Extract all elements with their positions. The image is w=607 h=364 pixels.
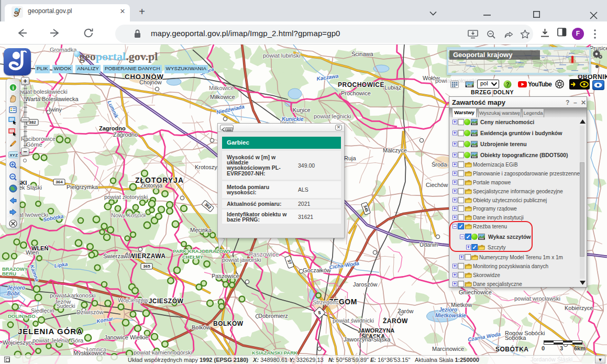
svg-text:Malczyce: Malczyce [383,147,407,153]
svg-text:364: 364 [56,180,63,184]
svg-text:Jezioro: Jezioro [439,307,457,313]
svg-text:Ciechów: Ciechów [426,182,448,188]
svg-text:Janowice Wielkie: Janowice Wielkie [104,334,148,340]
svg-text:Goczałków: Goczałków [303,267,331,273]
svg-text:Zagrodno: Zagrodno [113,131,138,138]
svg-text:Warta Bolesławiecka: Warta Bolesławiecka [25,96,79,102]
svg-text:powiat złotoryjski: powiat złotoryjski [104,194,148,200]
svg-text:Strzegom: Strzegom [313,299,337,305]
svg-text:Prochowice: Prochowice [341,90,371,96]
svg-text:powiat karkonoski: powiat karkonoski [50,292,95,299]
svg-text:Miłkowice: Miłkowice [210,94,235,100]
svg-text:Kunickie: Kunickie [282,116,304,122]
svg-text:WMS: WMS [472,134,477,136]
svg-text:Bolków: Bolków [192,324,211,330]
svg-text:Udanin: Udanin [420,241,438,248]
svg-text:powiat wrocławski: powiat wrocławski [514,295,560,302]
svg-text:powiat Jelenia Góra: powiat Jelenia Góra [32,337,84,344]
svg-text:Jaroszów: Jaroszów [353,281,378,288]
svg-text:BERU: BERU [2,271,16,277]
svg-text:Gromadka: Gromadka [50,47,77,53]
svg-text:Wojcieszyce: Wojcieszyce [3,339,35,346]
svg-text:Marcinowice: Marcinowice [432,346,464,352]
svg-text:PROCHOWICE: PROCHOWICE [338,81,384,89]
svg-text:WMS: WMS [472,123,477,125]
svg-text:365: 365 [143,264,150,269]
svg-text:ŻARÓW: ŻARÓW [383,317,408,325]
svg-text:powiat jaworski: powiat jaworski [222,257,261,263]
svg-text:i: i [12,84,14,91]
svg-text:Miłkowice: Miłkowice [209,85,234,91]
svg-text:Ścinawa: Ścinawa [351,51,373,57]
svg-text:Lubiąż: Lubiąż [384,84,401,91]
svg-text:powiat legnicki: powiat legnicki [314,113,351,119]
svg-text:Zagrodno: Zagrodno [99,125,126,131]
svg-text:powiat świdnicki: powiat świdnicki [333,317,374,324]
svg-text:Sudecki: Sudecki [57,303,75,309]
svg-text:Dziwiszów: Dziwiszów [76,309,103,315]
svg-text:Wojcieszów: Wojcieszów [118,297,148,303]
svg-text:WMS: WMS [467,85,472,87]
svg-text:SOBÓTKA: SOBÓTKA [495,345,529,353]
svg-text:CHEŁMY: CHEŁMY [182,254,204,260]
svg-text:Świerzawa: Świerzawa [103,253,131,259]
svg-text:Paszowice: Paszowice [212,273,239,279]
svg-text:WMS: WMS [472,156,477,158]
svg-text:Złotoryja: Złotoryja [140,182,163,189]
svg-text:WMS: WMS [472,145,477,147]
svg-text:Pielgrzymka: Pielgrzymka [67,184,98,190]
svg-text:Iwiny: Iwiny [49,106,62,113]
svg-text:382: 382 [29,120,36,125]
svg-text:Chojnów: Chojnów [139,79,162,85]
svg-text:Dobromierz: Dobromierz [258,313,288,319]
svg-text:WLEŃ: WLEŃ [31,245,48,251]
svg-text:Mietkowskie: Mietkowskie [435,313,466,318]
svg-text:Ruja: Ruja [344,155,357,161]
svg-text:..Bobr: ..Bobr [4,291,20,296]
svg-text:powiat lubiński: powiat lubiński [263,52,301,59]
svg-text:XYZ: XYZ [9,152,18,157]
svg-text:JELENIA GÓRA: JELENIA GÓRA [18,327,83,336]
svg-text:5: 5 [318,310,321,315]
svg-text:Jaworzyna-Śląska: Jaworzyna-Śląska [344,336,391,343]
svg-text:Nowy Kościół: Nowy Kościół [111,212,146,218]
svg-text:DOLINY BO: DOLINY BO [8,313,36,319]
svg-text:Kunice: Kunice [293,107,311,113]
svg-text:Kobierzyce: Kobierzyce [565,305,593,311]
svg-text:?: ? [506,81,510,87]
svg-text:Żarów: Żarów [398,308,414,314]
svg-text:Łomnica: Łomnica [86,347,106,352]
svg-text:Męcinka: Męcinka [190,227,212,233]
svg-text:Sobótka: Sobótka [505,335,526,341]
svg-text:Jezioro: Jezioro [7,285,25,291]
svg-text:Gniechowice: Gniechowice [459,289,492,295]
svg-text:BOLKÓW: BOLKÓW [213,319,244,327]
